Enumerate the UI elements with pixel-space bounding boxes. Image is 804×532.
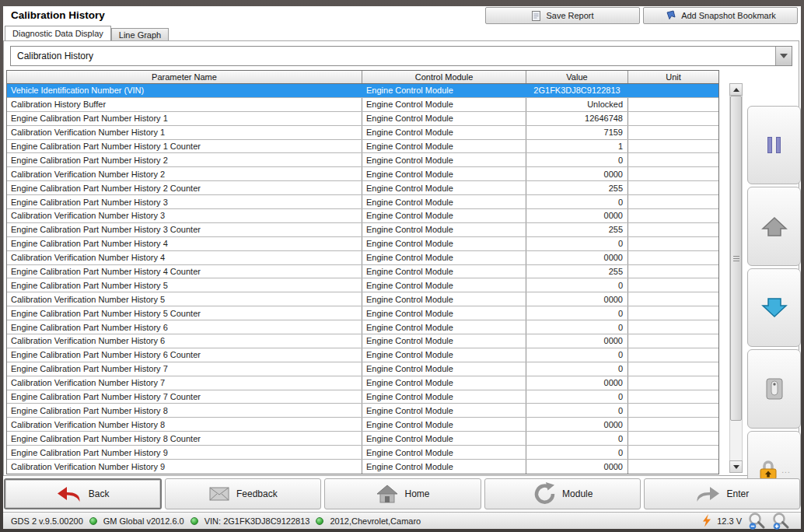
cell-module: Engine Control Module xyxy=(362,181,526,194)
table-row[interactable]: Engine Calibration Part Number History 9… xyxy=(7,446,718,460)
cell-value: 0000 xyxy=(526,418,628,431)
table-row[interactable]: Engine Calibration Part Number History 2… xyxy=(7,153,718,167)
cell-module: Engine Control Module xyxy=(362,376,526,390)
up-arrow-icon xyxy=(760,215,788,238)
voltage-bolt-icon xyxy=(702,514,711,527)
table-row[interactable]: Engine Calibration Part Number History 6… xyxy=(7,320,718,334)
table-row[interactable]: Engine Calibration Part Number History 5… xyxy=(7,306,718,320)
table-row[interactable]: Engine Calibration Part Number History 3… xyxy=(7,223,718,237)
cell-unit xyxy=(628,362,718,376)
cell-module: Engine Control Module xyxy=(362,140,526,153)
cell-name: Calibration Verification Number History … xyxy=(7,167,362,180)
enter-button[interactable]: Enter xyxy=(644,478,800,509)
zoom-in-icon[interactable] xyxy=(771,512,790,530)
table-row[interactable]: Vehicle Identification Number (VIN)Engin… xyxy=(7,84,718,98)
cell-name: Engine Calibration Part Number History 1 xyxy=(7,112,362,125)
cell-unit xyxy=(628,223,718,236)
table-row[interactable]: Calibration Verification Number History … xyxy=(7,418,718,432)
cell-unit xyxy=(628,390,718,404)
table-row[interactable]: Engine Calibration Part Number History 3… xyxy=(7,195,718,209)
cell-name: Engine Calibration Part Number History 8… xyxy=(7,432,362,445)
bookmark-icon xyxy=(665,10,676,21)
cell-module: Engine Control Module xyxy=(362,84,526,97)
cell-name: Engine Calibration Part Number History 3 xyxy=(7,195,362,208)
table-row[interactable]: Engine Calibration Part Number History 1… xyxy=(7,112,718,126)
scrollbar-thumb[interactable] xyxy=(730,96,742,421)
home-button[interactable]: Home xyxy=(324,478,481,509)
back-button[interactable]: Back xyxy=(4,478,162,509)
cell-unit xyxy=(628,195,718,208)
scroll-page-down-button[interactable] xyxy=(747,268,801,347)
status-led-icon xyxy=(89,517,97,525)
save-report-label: Save Report xyxy=(546,11,593,20)
table-row[interactable]: Calibration History BufferEngine Control… xyxy=(7,98,718,112)
table-row[interactable]: Calibration Verification Number History … xyxy=(7,460,718,474)
table-row[interactable]: Calibration Verification Number History … xyxy=(7,209,718,223)
data-list-dropdown[interactable]: Calibration History xyxy=(10,46,792,66)
back-arrow-icon xyxy=(57,485,82,502)
table-row[interactable]: Engine Calibration Part Number History 2… xyxy=(7,181,718,195)
table-row[interactable]: Calibration Verification Number History … xyxy=(7,167,718,181)
status-items: GDS 2 v.9.5.00200 GM Global v2012.6.0 VI… xyxy=(3,516,702,526)
table-row[interactable]: Engine Calibration Part Number History 4… xyxy=(7,265,718,279)
pause-button[interactable] xyxy=(747,106,801,184)
chevron-down-icon[interactable] xyxy=(775,47,792,65)
table-row[interactable]: Engine Calibration Part Number History 5… xyxy=(7,278,718,292)
cell-value: 0000 xyxy=(526,167,628,180)
cell-module: Engine Control Module xyxy=(362,209,526,222)
cell-unit xyxy=(628,181,718,194)
column-header-parameter-name: Parameter Name xyxy=(7,71,362,83)
table-row[interactable]: Calibration Verification Number History … xyxy=(7,126,718,140)
cell-value: 0 xyxy=(526,390,628,404)
scroll-page-up-button[interactable] xyxy=(747,187,801,265)
cell-module: Engine Control Module xyxy=(362,126,526,139)
cell-name: Calibration Verification Number History … xyxy=(7,126,362,139)
down-arrow-icon xyxy=(760,296,788,320)
cell-value: 0000 xyxy=(526,251,628,264)
table-row[interactable]: Engine Calibration Part Number History 7… xyxy=(7,390,718,404)
scrollbar-down-arrow-icon[interactable] xyxy=(729,460,743,473)
table-row[interactable]: Engine Calibration Part Number History 8… xyxy=(7,404,718,418)
tab-line-graph[interactable]: Line Graph xyxy=(111,28,169,40)
app-window: Calibration History Save Report Add Snap… xyxy=(0,0,804,532)
table-row[interactable]: Engine Calibration Part Number History 7… xyxy=(7,362,718,376)
table-scrollbar[interactable] xyxy=(729,83,743,473)
status-led-icon xyxy=(316,517,323,525)
cell-name: Engine Calibration Part Number History 4 xyxy=(7,237,362,250)
report-icon xyxy=(531,10,541,22)
cell-unit xyxy=(628,446,718,459)
back-label: Back xyxy=(89,488,110,499)
zoom-out-icon[interactable] xyxy=(747,512,766,530)
scrollbar-up-arrow-icon[interactable] xyxy=(729,83,743,96)
cell-unit xyxy=(628,112,718,125)
table-row[interactable]: Engine Calibration Part Number History 8… xyxy=(7,432,718,446)
cell-unit xyxy=(628,237,718,250)
refresh-circle-icon xyxy=(532,482,555,506)
table-row[interactable]: Calibration Verification Number History … xyxy=(7,376,718,390)
cell-value: 0 xyxy=(526,237,628,250)
table-row[interactable]: Calibration Verification Number History … xyxy=(7,251,718,265)
add-snapshot-bookmark-button[interactable]: Add Snapshot Bookmark xyxy=(643,7,798,24)
table-row[interactable]: Calibration Verification Number History … xyxy=(7,334,718,348)
table-row[interactable]: Engine Calibration Part Number History 1… xyxy=(7,140,718,154)
tab-diagnostic-data-display[interactable]: Diagnostic Data Display xyxy=(5,26,111,40)
module-button[interactable]: Module xyxy=(484,478,641,509)
bottom-nav: Back Feedback Home Module xyxy=(4,478,800,509)
cell-value: 1 xyxy=(526,140,628,153)
cell-module: Engine Control Module xyxy=(362,334,526,348)
cell-value: 0 xyxy=(526,278,628,292)
toggle-switch-button[interactable] xyxy=(747,349,801,428)
cell-name: Engine Calibration Part Number History 5… xyxy=(7,306,362,320)
table-row[interactable]: Engine Calibration Part Number History 4… xyxy=(7,237,718,251)
cell-name: Engine Calibration Part Number History 2 xyxy=(7,153,362,166)
feedback-button[interactable]: Feedback xyxy=(165,478,321,509)
cell-module: Engine Control Module xyxy=(362,446,526,459)
table-row[interactable]: Engine Calibration Part Number History 6… xyxy=(7,348,718,362)
scrollbar-track[interactable] xyxy=(729,96,743,460)
cell-name: Calibration Verification Number History … xyxy=(7,460,362,474)
cell-module: Engine Control Module xyxy=(362,404,526,417)
table-row[interactable]: Calibration Verification Number History … xyxy=(7,292,718,306)
save-report-button[interactable]: Save Report xyxy=(485,7,640,24)
cell-module: Engine Control Module xyxy=(362,223,526,236)
cell-name: Engine Calibration Part Number History 7 xyxy=(7,362,362,376)
